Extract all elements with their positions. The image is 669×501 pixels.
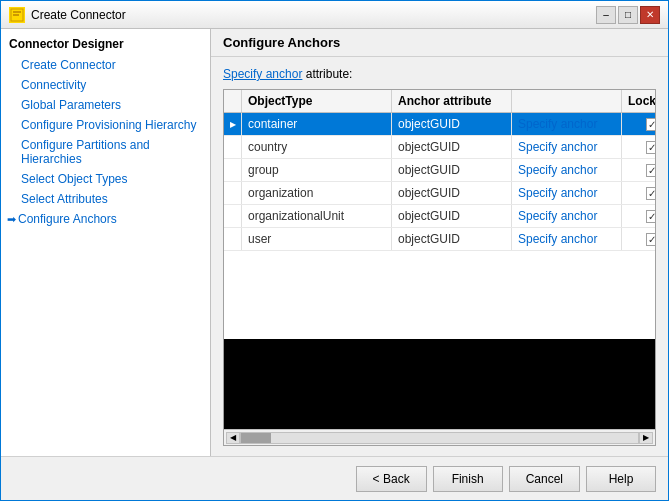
svg-rect-2 xyxy=(13,14,19,16)
svg-rect-1 xyxy=(13,11,21,13)
app-icon xyxy=(9,7,25,23)
specify-anchor-cell[interactable]: Specify anchor xyxy=(512,113,622,135)
window-title: Create Connector xyxy=(31,8,126,22)
anchor-label: Specify anchor attribute: xyxy=(223,67,656,81)
col-header-anchor: Anchor attribute xyxy=(392,90,512,112)
table-row[interactable]: userobjectGUIDSpecify anchor✓ xyxy=(224,228,655,251)
sidebar: Connector Designer Create ConnectorConne… xyxy=(1,29,211,456)
row-arrow xyxy=(224,159,242,181)
sidebar-header: Connector Designer xyxy=(1,33,210,55)
table-header: ObjectType Anchor attribute Locked xyxy=(224,90,655,113)
panel-header: Configure Anchors xyxy=(211,29,668,57)
col-header-arrow xyxy=(224,90,242,112)
preview-area xyxy=(224,339,655,429)
locked-cell: ✓ xyxy=(622,205,655,227)
locked-cell: ✓ xyxy=(622,113,655,135)
minimize-button[interactable]: – xyxy=(596,6,616,24)
specify-anchor-cell[interactable]: Specify anchor xyxy=(512,182,622,204)
locked-checkbox: ✓ xyxy=(646,118,656,131)
table-row[interactable]: countryobjectGUIDSpecify anchor✓ xyxy=(224,136,655,159)
table-row[interactable]: organizationalUnitobjectGUIDSpecify anch… xyxy=(224,205,655,228)
title-bar: Create Connector – □ ✕ xyxy=(1,1,668,29)
locked-checkbox: ✓ xyxy=(646,164,656,177)
sidebar-item-configure-anchors[interactable]: Configure Anchors xyxy=(1,209,210,229)
row-arrow xyxy=(224,205,242,227)
table-row[interactable]: organizationobjectGUIDSpecify anchor✓ xyxy=(224,182,655,205)
specify-anchor-cell[interactable]: Specify anchor xyxy=(512,205,622,227)
specify-anchor-cell[interactable]: Specify anchor xyxy=(512,136,622,158)
title-bar-left: Create Connector xyxy=(9,7,126,23)
scroll-right-button[interactable]: ▶ xyxy=(639,432,653,444)
specify-anchor-link[interactable]: Specify anchor xyxy=(223,67,302,81)
object-type-cell: organization xyxy=(242,182,392,204)
row-arrow xyxy=(224,228,242,250)
sidebar-item-select-attributes[interactable]: Select Attributes xyxy=(1,189,210,209)
locked-cell: ✓ xyxy=(622,136,655,158)
object-type-cell: country xyxy=(242,136,392,158)
specify-anchor-cell[interactable]: Specify anchor xyxy=(512,228,622,250)
row-arrow xyxy=(224,182,242,204)
window-controls: – □ ✕ xyxy=(596,6,660,24)
anchor-attribute-cell: objectGUID xyxy=(392,136,512,158)
anchor-attribute-cell: objectGUID xyxy=(392,113,512,135)
help-button[interactable]: Help xyxy=(586,466,656,492)
locked-checkbox: ✓ xyxy=(646,141,656,154)
sidebar-item-global-parameters[interactable]: Global Parameters xyxy=(1,95,210,115)
sidebar-item-connectivity[interactable]: Connectivity xyxy=(1,75,210,95)
col-header-locked: Locked xyxy=(622,90,656,112)
sidebar-item-select-object-types[interactable]: Select Object Types xyxy=(1,169,210,189)
object-type-cell: user xyxy=(242,228,392,250)
main-panel: Configure Anchors Specify anchor attribu… xyxy=(211,29,668,456)
close-button[interactable]: ✕ xyxy=(640,6,660,24)
anchor-attribute-cell: objectGUID xyxy=(392,159,512,181)
locked-cell: ✓ xyxy=(622,182,655,204)
table-row[interactable]: groupobjectGUIDSpecify anchor✓ xyxy=(224,159,655,182)
locked-cell: ✓ xyxy=(622,159,655,181)
scrollbar-track[interactable] xyxy=(240,432,639,444)
anchor-label-suffix: attribute: xyxy=(302,67,352,81)
locked-checkbox: ✓ xyxy=(646,187,656,200)
col-header-specify xyxy=(512,90,622,112)
horizontal-scrollbar: ◀ ▶ xyxy=(224,429,655,445)
locked-checkbox: ✓ xyxy=(646,210,656,223)
anchor-table: ObjectType Anchor attribute Locked ▶cont… xyxy=(223,89,656,446)
sidebar-item-configure-provisioning-hierarchy[interactable]: Configure Provisioning Hierarchy xyxy=(1,115,210,135)
row-arrow: ▶ xyxy=(224,113,242,135)
back-button[interactable]: < Back xyxy=(356,466,427,492)
col-header-objecttype: ObjectType xyxy=(242,90,392,112)
object-type-cell: group xyxy=(242,159,392,181)
bottom-bar: < Back Finish Cancel Help xyxy=(1,456,668,500)
object-type-cell: container xyxy=(242,113,392,135)
sidebar-item-create-connector[interactable]: Create Connector xyxy=(1,55,210,75)
scrollbar-thumb[interactable] xyxy=(241,433,271,443)
content-area: Connector Designer Create ConnectorConne… xyxy=(1,29,668,456)
sidebar-item-configure-partitions-and-hierarchies[interactable]: Configure Partitions and Hierarchies xyxy=(1,135,210,169)
maximize-button[interactable]: □ xyxy=(618,6,638,24)
object-type-cell: organizationalUnit xyxy=(242,205,392,227)
locked-cell: ✓ xyxy=(622,228,655,250)
row-arrow xyxy=(224,136,242,158)
finish-button[interactable]: Finish xyxy=(433,466,503,492)
main-window: Create Connector – □ ✕ Connector Designe… xyxy=(0,0,669,501)
specify-anchor-cell[interactable]: Specify anchor xyxy=(512,159,622,181)
anchor-attribute-cell: objectGUID xyxy=(392,205,512,227)
scroll-left-button[interactable]: ◀ xyxy=(226,432,240,444)
panel-content: Specify anchor attribute: ObjectType Anc… xyxy=(211,57,668,456)
anchor-attribute-cell: objectGUID xyxy=(392,182,512,204)
cancel-button[interactable]: Cancel xyxy=(509,466,580,492)
table-body: ▶containerobjectGUIDSpecify anchor✓count… xyxy=(224,113,655,339)
anchor-attribute-cell: objectGUID xyxy=(392,228,512,250)
locked-checkbox: ✓ xyxy=(646,233,656,246)
table-row[interactable]: ▶containerobjectGUIDSpecify anchor✓ xyxy=(224,113,655,136)
